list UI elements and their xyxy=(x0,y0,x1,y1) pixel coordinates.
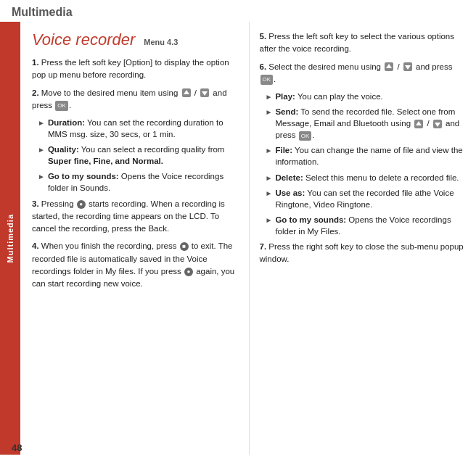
list-item: 6. Select the desired menu using / and p… xyxy=(260,61,467,86)
ok-icon-3: OK xyxy=(299,131,312,141)
page-header: Multimedia xyxy=(0,0,476,22)
bullet-arrow: ► xyxy=(266,92,273,102)
list-item: ► Play: You can play the voice. xyxy=(266,91,467,102)
list-item: ► File: You can change the name of file … xyxy=(266,144,467,168)
bullet-arrow: ► xyxy=(266,189,273,199)
up-arrow-icon-2 xyxy=(384,62,394,72)
list-item: 2. Move to the desired menu item using /… xyxy=(32,87,239,112)
list-item: 3. Pressing ● starts recording. When a r… xyxy=(32,198,239,236)
down-arrow-icon xyxy=(200,88,210,98)
list-item: ► Go to my sounds: Opens the Voice recor… xyxy=(38,170,239,194)
bullet-arrow: ► xyxy=(266,173,273,183)
left-column: Voice recorder Menu 4.3 1. Press the lef… xyxy=(20,22,250,455)
bullet-arrow: ► xyxy=(38,172,45,182)
bullet-text: File: You can change the name of file an… xyxy=(275,144,466,168)
down-arrow-icon-3 xyxy=(432,119,443,129)
bullet-text: Play: You can play the voice. xyxy=(275,91,382,102)
up-arrow-icon-3 xyxy=(414,119,424,129)
record-icon: ● xyxy=(77,200,86,209)
down-arrow-icon-2 xyxy=(403,62,413,72)
bullet-arrow: ► xyxy=(38,145,45,155)
list-item: ► Use as: You can set the recorded file … xyxy=(266,187,467,210)
bullet-text: Send: To send the recorded file. Select … xyxy=(275,106,466,141)
list-item: 1. Press the left soft key [Option] to d… xyxy=(32,57,239,82)
ok-icon-2: OK xyxy=(260,75,274,85)
menu-label: Menu 4.3 xyxy=(144,38,178,46)
main-layout: Multimedia Voice recorder Menu 4.3 1. Pr… xyxy=(0,22,476,455)
ok-icon: OK xyxy=(55,101,68,111)
list-item: ► Send: To send the recorded file. Selec… xyxy=(266,106,467,141)
list-item: ► Go to my sounds: Opens the Voice recor… xyxy=(266,214,467,237)
list-item: 7. Press the right soft key to close the… xyxy=(260,241,467,266)
list-item: 5. Press the left soft key to select the… xyxy=(260,30,467,56)
list-item: ► Quality: You can select a recording qu… xyxy=(38,144,239,167)
page-title: Multimedia xyxy=(12,6,73,18)
section-title: Voice recorder xyxy=(32,30,135,49)
stop-icon: ■ xyxy=(180,242,189,251)
bullet-arrow: ► xyxy=(38,118,45,128)
bullet-text: Quality: You can select a recording qual… xyxy=(48,144,239,167)
bullet-text: Go to my sounds: Opens the Voice recordi… xyxy=(275,214,466,237)
list-item: ► Delete: Select this menu to delete a r… xyxy=(266,172,467,183)
up-arrow-icon xyxy=(181,88,192,98)
bullet-text: Duration: You can set the recording dura… xyxy=(48,117,239,140)
bullet-arrow: ► xyxy=(266,215,273,226)
section-title-row: Voice recorder Menu 4.3 xyxy=(32,30,239,49)
record-icon-2: ● xyxy=(184,268,193,276)
list-item: 4. When you finish the recording, press … xyxy=(32,240,239,290)
bullet-text: Delete: Select this menu to delete a rec… xyxy=(275,172,459,183)
bullet-arrow: ► xyxy=(266,146,273,156)
sidebar-label: Multimedia xyxy=(6,214,15,262)
bullet-text: Use as: You can set the recorded file at… xyxy=(275,187,466,210)
list-item: ► Duration: You can set the recording du… xyxy=(38,117,239,140)
sidebar: Multimedia xyxy=(0,22,20,455)
content-area: Voice recorder Menu 4.3 1. Press the lef… xyxy=(20,22,476,455)
right-column: 5. Press the left soft key to select the… xyxy=(250,22,477,455)
bullet-text: Go to my sounds: Opens the Voice recordi… xyxy=(48,170,239,194)
page-number: 48 xyxy=(12,442,22,453)
bullet-arrow: ► xyxy=(266,107,273,117)
